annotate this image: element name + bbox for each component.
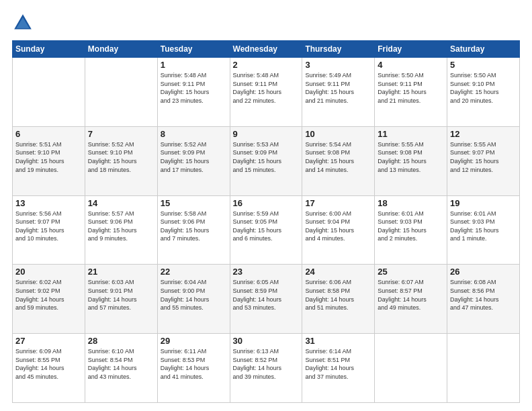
day-info: Sunrise: 5:52 AM Sunset: 9:09 PM Dayligh…: [161, 140, 227, 174]
day-info: Sunrise: 6:10 AM Sunset: 8:54 PM Dayligh…: [88, 347, 154, 381]
day-number: 23: [233, 267, 300, 277]
calendar-cell: 5Sunrise: 5:50 AM Sunset: 9:10 PM Daylig…: [447, 58, 520, 127]
calendar-cell: 9Sunrise: 5:53 AM Sunset: 9:09 PM Daylig…: [230, 126, 302, 195]
day-info: Sunrise: 5:54 AM Sunset: 9:08 PM Dayligh…: [305, 140, 371, 174]
day-number: 17: [305, 198, 371, 208]
day-info: Sunrise: 5:51 AM Sunset: 9:10 PM Dayligh…: [15, 140, 82, 174]
calendar-cell: 1Sunrise: 5:48 AM Sunset: 9:11 PM Daylig…: [157, 58, 230, 127]
calendar-cell: 31Sunrise: 6:14 AM Sunset: 8:51 PM Dayli…: [302, 334, 375, 403]
calendar-week-row: 6Sunrise: 5:51 AM Sunset: 9:10 PM Daylig…: [13, 126, 520, 195]
day-number: 3: [305, 60, 371, 70]
day-info: Sunrise: 6:01 AM Sunset: 9:03 PM Dayligh…: [450, 210, 517, 243]
calendar-cell: [85, 58, 157, 127]
day-number: 18: [378, 198, 444, 208]
day-info: Sunrise: 5:57 AM Sunset: 9:06 PM Dayligh…: [88, 210, 154, 243]
day-info: Sunrise: 6:13 AM Sunset: 8:52 PM Dayligh…: [233, 347, 300, 381]
day-number: 4: [378, 60, 444, 70]
day-info: Sunrise: 6:01 AM Sunset: 9:03 PM Dayligh…: [378, 210, 444, 243]
calendar-cell: 12Sunrise: 5:55 AM Sunset: 9:07 PM Dayli…: [447, 126, 520, 195]
day-info: Sunrise: 6:08 AM Sunset: 8:56 PM Dayligh…: [450, 278, 517, 312]
day-info: Sunrise: 5:58 AM Sunset: 9:06 PM Dayligh…: [161, 210, 227, 243]
day-info: Sunrise: 5:52 AM Sunset: 9:10 PM Dayligh…: [88, 140, 154, 174]
day-info: Sunrise: 5:55 AM Sunset: 9:07 PM Dayligh…: [450, 140, 517, 174]
day-info: Sunrise: 6:00 AM Sunset: 9:04 PM Dayligh…: [305, 210, 371, 243]
day-info: Sunrise: 5:48 AM Sunset: 9:11 PM Dayligh…: [161, 71, 227, 105]
day-number: 5: [450, 60, 517, 70]
day-info: Sunrise: 5:59 AM Sunset: 9:05 PM Dayligh…: [233, 210, 300, 243]
calendar-cell: 7Sunrise: 5:52 AM Sunset: 9:10 PM Daylig…: [85, 126, 157, 195]
logo-icon: [12, 12, 34, 34]
calendar-cell: 11Sunrise: 5:55 AM Sunset: 9:08 PM Dayli…: [375, 126, 447, 195]
weekday-header-thursday: Thursday: [302, 41, 375, 58]
day-info: Sunrise: 6:04 AM Sunset: 9:00 PM Dayligh…: [161, 278, 227, 312]
logo: [12, 12, 36, 34]
calendar-cell: 15Sunrise: 5:58 AM Sunset: 9:06 PM Dayli…: [157, 195, 230, 265]
day-number: 29: [161, 336, 227, 346]
calendar-cell: 3Sunrise: 5:49 AM Sunset: 9:11 PM Daylig…: [302, 58, 375, 127]
day-info: Sunrise: 5:53 AM Sunset: 9:09 PM Dayligh…: [233, 140, 300, 174]
weekday-header-wednesday: Wednesday: [230, 41, 302, 58]
day-info: Sunrise: 6:07 AM Sunset: 8:57 PM Dayligh…: [378, 278, 444, 312]
day-info: Sunrise: 5:56 AM Sunset: 9:07 PM Dayligh…: [15, 210, 82, 243]
calendar-cell: 24Sunrise: 6:06 AM Sunset: 8:58 PM Dayli…: [302, 265, 375, 334]
calendar-cell: 4Sunrise: 5:50 AM Sunset: 9:11 PM Daylig…: [375, 58, 447, 127]
day-info: Sunrise: 6:11 AM Sunset: 8:53 PM Dayligh…: [161, 347, 227, 381]
weekday-header-friday: Friday: [375, 41, 447, 58]
day-number: 26: [450, 267, 517, 277]
calendar-cell: [375, 334, 447, 403]
day-number: 7: [88, 129, 154, 139]
calendar-cell: 17Sunrise: 6:00 AM Sunset: 9:04 PM Dayli…: [302, 195, 375, 265]
day-number: 30: [233, 336, 300, 346]
calendar-cell: 20Sunrise: 6:02 AM Sunset: 9:02 PM Dayli…: [13, 265, 85, 334]
weekday-header-tuesday: Tuesday: [157, 41, 230, 58]
calendar-cell: 21Sunrise: 6:03 AM Sunset: 9:01 PM Dayli…: [85, 265, 157, 334]
day-number: 10: [305, 129, 371, 139]
day-info: Sunrise: 6:02 AM Sunset: 9:02 PM Dayligh…: [15, 278, 82, 312]
calendar-week-row: 13Sunrise: 5:56 AM Sunset: 9:07 PM Dayli…: [13, 195, 520, 265]
calendar-week-row: 20Sunrise: 6:02 AM Sunset: 9:02 PM Dayli…: [13, 265, 520, 334]
calendar-week-row: 1Sunrise: 5:48 AM Sunset: 9:11 PM Daylig…: [13, 58, 520, 127]
day-number: 2: [233, 60, 300, 70]
calendar-cell: 22Sunrise: 6:04 AM Sunset: 9:00 PM Dayli…: [157, 265, 230, 334]
day-number: 22: [161, 267, 227, 277]
day-info: Sunrise: 5:50 AM Sunset: 9:11 PM Dayligh…: [378, 71, 444, 105]
calendar-cell: 19Sunrise: 6:01 AM Sunset: 9:03 PM Dayli…: [447, 195, 520, 265]
calendar-cell: 28Sunrise: 6:10 AM Sunset: 8:54 PM Dayli…: [85, 334, 157, 403]
weekday-header-row: SundayMondayTuesdayWednesdayThursdayFrid…: [13, 41, 520, 58]
calendar-cell: 2Sunrise: 5:48 AM Sunset: 9:11 PM Daylig…: [230, 58, 302, 127]
day-info: Sunrise: 6:09 AM Sunset: 8:55 PM Dayligh…: [15, 347, 82, 381]
day-number: 25: [378, 267, 444, 277]
day-info: Sunrise: 5:55 AM Sunset: 9:08 PM Dayligh…: [378, 140, 444, 174]
day-number: 28: [88, 336, 154, 346]
day-number: 15: [161, 198, 227, 208]
weekday-header-monday: Monday: [85, 41, 157, 58]
day-number: 8: [161, 129, 227, 139]
day-info: Sunrise: 5:50 AM Sunset: 9:10 PM Dayligh…: [450, 71, 517, 105]
day-number: 19: [450, 198, 517, 208]
day-number: 20: [15, 267, 82, 277]
calendar-cell: 25Sunrise: 6:07 AM Sunset: 8:57 PM Dayli…: [375, 265, 447, 334]
calendar-cell: 8Sunrise: 5:52 AM Sunset: 9:09 PM Daylig…: [157, 126, 230, 195]
calendar-cell: 10Sunrise: 5:54 AM Sunset: 9:08 PM Dayli…: [302, 126, 375, 195]
weekday-header-saturday: Saturday: [447, 41, 520, 58]
calendar-cell: [13, 58, 85, 127]
day-number: 11: [378, 129, 444, 139]
calendar-cell: 16Sunrise: 5:59 AM Sunset: 9:05 PM Dayli…: [230, 195, 302, 265]
day-number: 27: [15, 336, 82, 346]
day-number: 6: [15, 129, 82, 139]
calendar-cell: 6Sunrise: 5:51 AM Sunset: 9:10 PM Daylig…: [13, 126, 85, 195]
day-number: 1: [161, 60, 227, 70]
day-info: Sunrise: 6:03 AM Sunset: 9:01 PM Dayligh…: [88, 278, 154, 312]
calendar-week-row: 27Sunrise: 6:09 AM Sunset: 8:55 PM Dayli…: [13, 334, 520, 403]
calendar-table: SundayMondayTuesdayWednesdayThursdayFrid…: [12, 40, 520, 403]
day-number: 9: [233, 129, 300, 139]
day-info: Sunrise: 6:14 AM Sunset: 8:51 PM Dayligh…: [305, 347, 371, 381]
day-number: 14: [88, 198, 154, 208]
calendar-cell: [447, 334, 520, 403]
day-info: Sunrise: 6:05 AM Sunset: 8:59 PM Dayligh…: [233, 278, 300, 312]
calendar-cell: 18Sunrise: 6:01 AM Sunset: 9:03 PM Dayli…: [375, 195, 447, 265]
calendar-cell: 23Sunrise: 6:05 AM Sunset: 8:59 PM Dayli…: [230, 265, 302, 334]
day-number: 21: [88, 267, 154, 277]
calendar-cell: 29Sunrise: 6:11 AM Sunset: 8:53 PM Dayli…: [157, 334, 230, 403]
day-number: 12: [450, 129, 517, 139]
